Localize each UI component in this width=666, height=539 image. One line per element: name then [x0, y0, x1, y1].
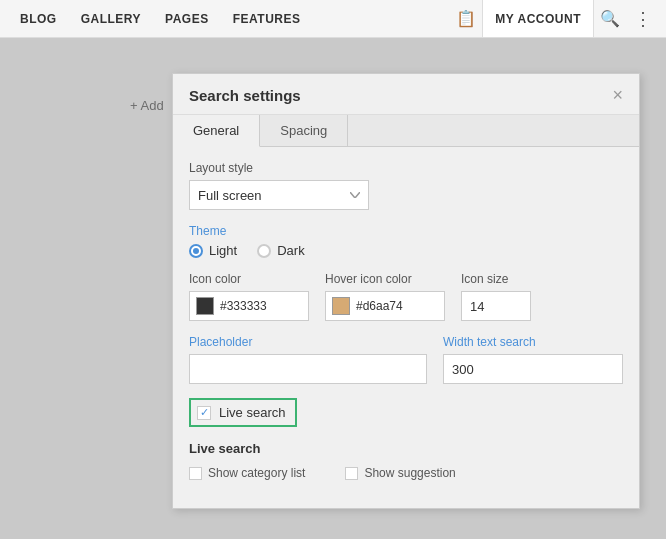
color-row: Icon color #333333 Hover icon color #d6a… — [189, 272, 623, 321]
live-search-checkbox-row: ✓ Live search — [189, 398, 623, 427]
checkmark-icon: ✓ — [200, 407, 209, 418]
icon-size-label: Icon size — [461, 272, 531, 286]
placeholder-group: Placeholder — [189, 335, 427, 384]
layout-style-group: Layout style Full screen Inline Dropdown — [189, 161, 623, 210]
show-suggestion-option[interactable]: Show suggestion — [345, 466, 455, 480]
theme-light-option[interactable]: Light — [189, 243, 237, 258]
checkbox-box: ✓ — [197, 406, 211, 420]
nav-item-gallery[interactable]: GALLERY — [69, 0, 153, 37]
panel-tabs: General Spacing — [173, 115, 639, 147]
live-search-checkbox-label: Live search — [219, 405, 285, 420]
tab-spacing[interactable]: Spacing — [260, 115, 348, 146]
placeholder-width-row: Placeholder Width text search — [189, 335, 623, 384]
show-suggestion-label: Show suggestion — [364, 466, 455, 480]
tab-general[interactable]: General — [173, 115, 260, 147]
width-text-search-group: Width text search — [443, 335, 623, 384]
hover-icon-color-group: Hover icon color #d6aa74 — [325, 272, 445, 321]
radio-dot — [193, 248, 199, 254]
live-search-options: Show category list Show suggestion — [189, 466, 623, 480]
hover-icon-color-swatch — [332, 297, 350, 315]
width-text-search-input[interactable] — [443, 354, 623, 384]
theme-light-radio[interactable] — [189, 244, 203, 258]
live-search-section-title: Live search — [189, 441, 623, 456]
show-suggestion-checkbox[interactable] — [345, 467, 358, 480]
panel-body: Layout style Full screen Inline Dropdown… — [173, 147, 639, 508]
icon-color-value: #333333 — [220, 299, 267, 313]
panel-title: Search settings — [189, 87, 301, 114]
theme-dark-option[interactable]: Dark — [257, 243, 304, 258]
hover-icon-color-label: Hover icon color — [325, 272, 445, 286]
icon-size-group: Icon size — [461, 272, 531, 321]
hover-icon-color-value: #d6aa74 — [356, 299, 403, 313]
clipboard-icon[interactable]: 📋 — [450, 3, 482, 35]
search-icon[interactable]: 🔍 — [594, 3, 626, 35]
icon-color-group: Icon color #333333 — [189, 272, 309, 321]
placeholder-label: Placeholder — [189, 335, 427, 349]
layout-style-label: Layout style — [189, 161, 623, 175]
live-search-section: Live search Show category list Show sugg… — [189, 441, 623, 480]
width-text-search-label: Width text search — [443, 335, 623, 349]
theme-dark-radio[interactable] — [257, 244, 271, 258]
page-content: + Add Search settings × General Spacing … — [0, 38, 666, 539]
theme-light-label: Light — [209, 243, 237, 258]
nav-item-my-account[interactable]: MY ACCOUNT — [482, 0, 594, 37]
nav-item-features[interactable]: FEATURES — [221, 0, 313, 37]
theme-dark-label: Dark — [277, 243, 304, 258]
icon-color-swatch — [196, 297, 214, 315]
close-button[interactable]: × — [612, 86, 623, 114]
icon-size-input[interactable] — [461, 291, 531, 321]
placeholder-input[interactable] — [189, 354, 427, 384]
theme-radio-group: Light Dark — [189, 243, 623, 258]
show-category-checkbox[interactable] — [189, 467, 202, 480]
search-settings-panel: Search settings × General Spacing Layout… — [172, 73, 640, 509]
show-category-label: Show category list — [208, 466, 305, 480]
live-search-checkbox[interactable]: ✓ Live search — [189, 398, 297, 427]
theme-label: Theme — [189, 224, 623, 238]
layout-style-select[interactable]: Full screen Inline Dropdown — [189, 180, 369, 210]
top-navigation: BLOG GALLERY PAGES FEATURES 📋 MY ACCOUNT… — [0, 0, 666, 38]
icon-color-input[interactable]: #333333 — [189, 291, 309, 321]
theme-group: Theme Light Dark — [189, 224, 623, 258]
panel-header: Search settings × — [173, 74, 639, 115]
nav-item-blog[interactable]: BLOG — [8, 0, 69, 37]
icon-color-label: Icon color — [189, 272, 309, 286]
grid-icon[interactable]: ⋮ — [626, 3, 658, 35]
hover-icon-color-input[interactable]: #d6aa74 — [325, 291, 445, 321]
show-category-option[interactable]: Show category list — [189, 466, 305, 480]
nav-item-pages[interactable]: PAGES — [153, 0, 221, 37]
